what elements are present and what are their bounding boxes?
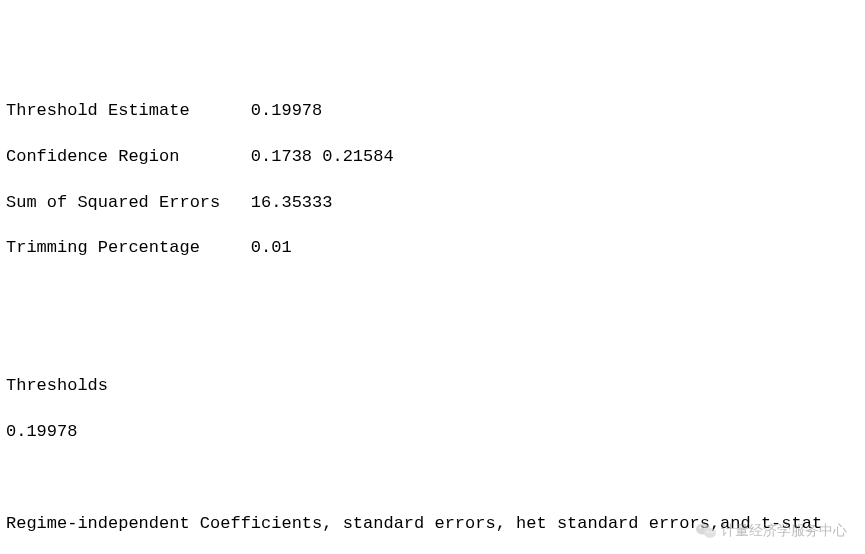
blank-line [6,467,859,490]
trimming-label: Trimming Percentage [6,237,251,260]
svg-point-4 [707,531,709,533]
trimming-value: 0.01 [251,237,292,260]
wechat-icon [695,522,717,540]
confidence-region-value: 0.1738 0.21584 [251,146,394,169]
svg-point-2 [700,526,702,528]
thresholds-heading: Thresholds [6,375,859,398]
svg-point-3 [704,526,706,528]
summary-line-confidence-region: Confidence Region0.1738 0.21584 [6,146,859,169]
confidence-region-label: Confidence Region [6,146,251,169]
blank-line [6,329,859,352]
sse-label: Sum of Squared Errors [6,192,251,215]
watermark: 计量经济学服务中心 [695,521,847,540]
svg-point-5 [711,531,713,533]
thresholds-value: 0.19978 [6,421,859,444]
sse-value: 16.35333 [251,192,333,215]
summary-line-threshold-estimate: Threshold Estimate0.19978 [6,100,859,123]
blank-line [6,283,859,306]
summary-line-sse: Sum of Squared Errors16.35333 [6,192,859,215]
summary-line-trimming: Trimming Percentage0.01 [6,237,859,260]
threshold-estimate-label: Threshold Estimate [6,100,251,123]
threshold-estimate-value: 0.19978 [251,100,322,123]
watermark-text: 计量经济学服务中心 [721,521,847,540]
svg-point-1 [704,528,716,538]
